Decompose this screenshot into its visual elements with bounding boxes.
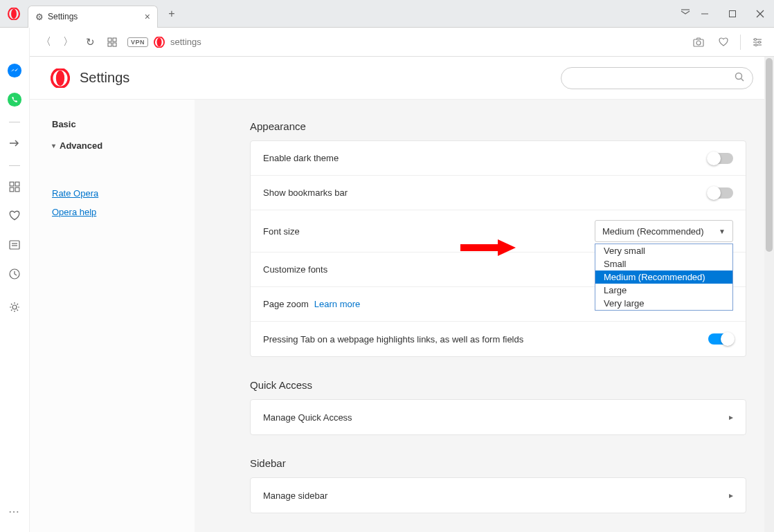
section-quick-access-title: Quick Access [250,379,746,391]
bookmarks-bar-toggle[interactable] [708,187,733,199]
history-rail-icon[interactable] [5,264,24,284]
svg-rect-7 [113,38,116,42]
row-manage-sidebar[interactable]: Manage sidebar ▸ [251,478,746,513]
dropdown-arrow-icon: ▼ [719,228,726,235]
bookmarks-bar-label: Show bookmarks bar [263,187,348,198]
tab-highlight-toggle[interactable] [708,333,733,345]
toolbar: 〈 〉 ↻ VPN settings [0,28,774,57]
svg-rect-23 [15,182,19,186]
vpn-badge[interactable]: VPN [127,37,148,47]
font-size-option-large[interactable]: Large [595,284,732,297]
address-text[interactable]: settings [170,37,201,47]
section-sidebar-title: Sidebar [250,457,746,469]
svg-rect-6 [108,38,111,42]
nav-advanced[interactable]: ▾Advanced [52,135,195,156]
settings-main: Appearance Enable dark theme Show bookma… [195,100,774,532]
tab-menu-icon[interactable] [680,0,691,28]
manage-quick-access-label: Manage Quick Access [263,412,352,423]
left-rail: ⋯ [0,28,30,532]
svg-rect-3 [730,11,736,17]
chevron-right-icon: ▸ [729,490,733,500]
row-font-size: Font size Medium (Recommended) ▼ Very sm… [251,210,746,253]
svg-point-21 [8,93,21,107]
heart-icon[interactable] [714,33,733,52]
manage-sidebar-label: Manage sidebar [263,490,327,501]
opera-icon [154,37,165,48]
settings-rail-icon[interactable] [5,297,24,317]
reload-button[interactable]: ↻ [79,31,101,53]
font-size-option-medium[interactable]: Medium (Recommended) [595,270,732,284]
search-box[interactable] [561,67,753,89]
svg-point-1 [11,8,17,18]
nav-basic[interactable]: Basic [52,113,195,135]
svg-rect-9 [113,43,116,46]
divider [740,35,741,50]
my-flow-icon[interactable] [5,134,24,153]
settings-body: Basic ▾Advanced Rate Opera Opera help Ap… [30,100,774,532]
easy-setup-icon[interactable] [748,33,767,52]
rate-opera-link[interactable]: Rate Opera [52,184,195,203]
svg-point-33 [736,73,742,80]
close-tab-button[interactable]: × [145,11,150,22]
svg-point-32 [56,70,64,85]
svg-line-34 [741,79,744,82]
settings-header: Settings [30,57,774,100]
new-tab-button[interactable]: + [162,4,181,24]
page-zoom-label: Page zoom [263,299,309,309]
font-size-menu: Very small Small Medium (Recommended) La… [595,244,733,311]
speed-dial-button[interactable] [101,31,123,53]
rail-divider [9,165,20,166]
scrollbar-thumb[interactable] [766,58,773,252]
minimize-button[interactable] [691,0,719,28]
svg-point-18 [759,41,761,43]
sidebar-card: Manage sidebar ▸ [250,477,746,513]
back-button[interactable]: 〈 [35,31,57,53]
svg-point-11 [156,37,161,46]
customize-fonts-label: Customize fonts [263,264,327,275]
whatsapp-icon[interactable] [5,90,24,109]
row-manage-quick-access[interactable]: Manage Quick Access ▸ [251,400,746,434]
row-dark-theme: Enable dark theme [251,141,746,176]
forward-button[interactable]: 〉 [57,31,79,53]
font-size-option-very-large[interactable]: Very large [595,297,732,310]
browser-tab[interactable]: ⚙ Settings × [28,6,158,28]
page-title: Settings [80,70,129,86]
dark-theme-toggle[interactable] [708,153,733,164]
svg-point-17 [755,38,757,40]
dark-theme-label: Enable dark theme [263,153,339,163]
font-size-value: Medium (Recommended) [602,226,704,237]
tab-highlight-label: Pressing Tab on a webpage highlights lin… [263,334,523,345]
quick-access-card: Manage Quick Access ▸ [250,399,746,435]
window-controls [691,0,774,28]
row-bookmarks-bar: Show bookmarks bar [251,176,746,210]
font-size-dropdown[interactable]: Medium (Recommended) ▼ Very small Small … [595,220,733,242]
titlebar: ⚙ Settings × + [0,0,774,28]
bookmarks-rail-icon[interactable] [5,206,24,226]
svg-point-20 [8,64,21,77]
messenger-icon[interactable] [5,61,24,80]
font-size-option-very-small[interactable]: Very small [595,244,732,257]
svg-point-19 [755,44,757,46]
section-appearance-title: Appearance [250,120,746,132]
search-input[interactable] [570,73,735,83]
svg-rect-24 [10,187,14,192]
learn-more-link[interactable]: Learn more [314,299,360,309]
font-size-option-small[interactable]: Small [595,257,732,270]
opera-logo-icon [51,68,70,88]
more-rail-button[interactable]: ⋯ [0,505,29,518]
opera-help-link[interactable]: Opera help [52,203,195,221]
maximize-button[interactable] [719,0,746,28]
snapshot-icon[interactable] [689,33,708,52]
chevron-right-icon: ▸ [729,412,733,422]
speed-dial-rail-icon[interactable] [5,177,24,196]
content-area: Settings Basic ▾Advanced Rate Opera Oper… [30,57,774,532]
scrollbar[interactable] [764,57,774,532]
svg-rect-8 [108,43,111,46]
tab-title: Settings [48,12,78,21]
svg-rect-22 [10,182,14,186]
svg-rect-25 [15,187,19,192]
close-window-button[interactable] [746,0,774,28]
font-size-label: Font size [263,226,300,237]
news-rail-icon[interactable] [5,235,24,255]
opera-menu-button[interactable] [0,0,28,28]
